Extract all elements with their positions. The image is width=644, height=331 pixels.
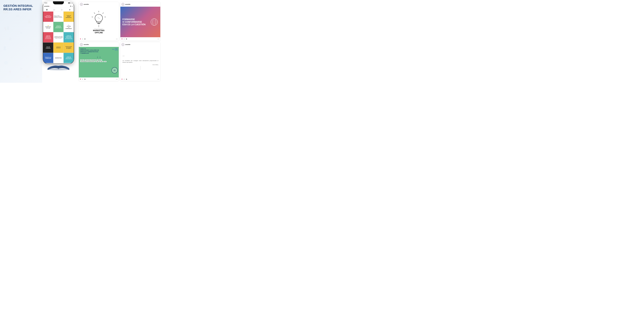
add-post-icon[interactable]: ⊕ [70, 5, 71, 7]
ig-header-icons: ⊕ ≡ [70, 5, 73, 7]
post1-avatar: A [80, 3, 83, 6]
post3-dates: FECHAS 16/12 · 16/03 '21-'22 [112, 48, 118, 51]
signal-icon: ▌▌▌ [68, 2, 70, 4]
post3-title: OPERACIONES AUXILIARES DESERVICIOS ADMIN… [80, 50, 118, 54]
verified-dot: ● [50, 6, 50, 7]
post1-image: ©DICCIONARES MARKETINGOFFLINE [79, 7, 119, 37]
post1-share-icon[interactable]: ➤ [84, 38, 86, 40]
post2-username: aresinfer [125, 4, 130, 5]
tv-tab[interactable]: ▷ [54, 8, 55, 11]
lightbulb-svg [90, 10, 107, 28]
grid-cell-14: MARKETING [54, 53, 64, 63]
svg-text:A: A [123, 4, 123, 5]
ig-username-display: aresinfer ● [44, 6, 50, 7]
tag-gratis: ×Gratis [80, 60, 84, 60]
tag-mula: ×Mula [96, 61, 99, 62]
ig-tabs: ⊞ ▷ ▷ ☻ [43, 8, 74, 12]
post3-avatar: A [80, 43, 83, 46]
grid-cell-13: PÁSATE A LAFORMACIÓN [43, 53, 53, 63]
battery-icon: ▮ [72, 2, 73, 4]
ares-logo: ARESINFER [112, 67, 118, 73]
monitor-icon: 🖥 [8, 37, 12, 41]
grid-cell-1: CURSO DETIENDA VIRTUAL:PRESTASHOP [43, 12, 53, 22]
post4-decorative-line [140, 66, 140, 70]
post3-arrows: ↓ ↓ [80, 55, 118, 58]
svg-line-4 [94, 13, 95, 14]
folder-icon: 📁 [26, 75, 30, 78]
tag-horas: ×430 horas [96, 60, 102, 60]
tag-aula: ×Aula virtual o Presencial [85, 60, 96, 60]
post3-tags: ×Gratis ×Aula virtual o Presencial ×430 … [80, 60, 118, 62]
post3-more-icon[interactable]: ⋯ [116, 78, 118, 80]
grid-cell-12: CONVOCATORIADE CURSOSOCTUBRE 21 [64, 42, 74, 53]
post2-avatar: A [122, 3, 124, 6]
post2-comment-icon[interactable]: ○ [124, 38, 125, 40]
left-panel: 📶 ✉ 🔒 📢 ♥ 🖥 👤 ♪ ↑ 🌐 ▶ 📍 📁 △ ○ GESTIÓN IN… [0, 0, 42, 83]
phone-screen: 18:16 ▌▌▌ ▲ ▮ aresinfer ● ⊕ ≡ [43, 2, 74, 64]
post4-avatar: A [122, 43, 124, 46]
post1-comment-icon[interactable]: ○ [82, 38, 83, 40]
circle-icon: ○ [30, 58, 32, 62]
svg-line-5 [102, 13, 104, 14]
post3-image: FECHAS 16/12 · 16/03 '21-'22 CURSO DE OP… [79, 47, 119, 78]
arrow-down-1: ↓ [97, 55, 98, 58]
wifi-status-icon: ▲ [71, 2, 72, 4]
music-icon: ♪ [22, 52, 23, 55]
grid-cell-11: CURSO DEINGLÉS B1 [54, 42, 64, 53]
megaphone-icon: 📢 [4, 26, 9, 30]
post4-more-icon[interactable]: ⋯ [158, 78, 159, 80]
post4-quote-text: Los resultados que consigues serán direc… [122, 60, 158, 63]
post4-share-icon[interactable]: ➤ [126, 78, 127, 80]
post4-like-icon[interactable]: ♥ [122, 78, 122, 80]
post1-like-icon[interactable]: ♥ [80, 38, 81, 40]
post1-title: MARKETINGOFFLINE [93, 30, 104, 34]
post4-comment-icon[interactable]: ○ [124, 78, 125, 80]
post1-more-icon[interactable]: ⋯ [116, 38, 118, 40]
post3-like-icon[interactable]: ♥ [80, 78, 81, 80]
wifi-icon: 📶 [3, 8, 8, 13]
post2-more-icon[interactable]: ⋯ [158, 38, 159, 40]
svg-point-0 [48, 69, 69, 70]
menu-icon[interactable]: ≡ [72, 6, 73, 7]
lock-icon: 🔒 [27, 19, 32, 23]
post2-image: FORMARSE O CONFORMARSE ESA ES LA CUESTIÓ… [120, 7, 160, 37]
post2-actions: ♥ ○ ➤ ⋯ [120, 37, 160, 41]
grid-cell-3: CURSO DEINGLÉSEMPRESARIAL [64, 12, 74, 22]
svg-text:A: A [81, 4, 82, 5]
phone-inner: aresinfer ● ⊕ ≡ ⊞ ▷ ▷ ☻ [43, 4, 74, 64]
post2-share-icon[interactable]: ➤ [126, 38, 127, 40]
grid-cell-4: 💡MARKETINGOFFLINE [43, 22, 53, 32]
post2-like-icon[interactable]: ♥ [122, 38, 122, 40]
background-icons: 📶 ✉ 🔒 📢 ♥ 🖥 👤 ♪ ↑ 🌐 ▶ 📍 📁 △ ○ [0, 0, 42, 83]
tag-sef: Sef [104, 61, 106, 62]
grid-tab[interactable]: ⊞ [46, 8, 48, 11]
post2-text: FORMARSE O CONFORMARSE ESA ES LA CUESTIÓ… [122, 18, 146, 26]
post3-share-icon[interactable]: ➤ [84, 78, 86, 80]
tag-beca: ×Beca [100, 61, 104, 62]
grid-cell-6: 🔍¿TE PICALACURIOSIDAD? [64, 22, 74, 32]
grid-cell-9: CURSO DECONFECCIÓN YPUBLICACIÓNDE PÁGINA… [64, 32, 74, 42]
post3-comment-icon[interactable]: ○ [82, 78, 83, 80]
post-formarse: A aresinfer FORMARSE O CONFORMARSE ESA E… [120, 2, 160, 41]
grid-cell-2: "Dime y lo olvido, enséñame y lo recuerd… [54, 12, 64, 22]
location-icon: 📍 [8, 71, 12, 74]
grid-cell-5: CURSO DEGESTIÓN DELMARKETING 2.0 [54, 22, 64, 32]
reels-tab[interactable]: ▷ [61, 8, 63, 11]
status-time: 18:16 [44, 2, 47, 4]
post4-header: A aresinfer [120, 42, 160, 47]
post3-header: A aresinfer [79, 42, 119, 47]
phone-frame: 18:16 ▌▌▌ ▲ ▮ aresinfer ● ⊕ ≡ [43, 1, 74, 64]
user-icon: 👤 [3, 46, 7, 50]
play-icon: ▶ [20, 66, 23, 70]
post4-image: " Los resultados que consigues serán dir… [120, 47, 160, 78]
grid-cell-10: FALSEFRIENDS [43, 42, 53, 53]
ig-app-header: aresinfer ● ⊕ ≡ [43, 4, 74, 8]
svg-text:A: A [81, 44, 82, 45]
grid-cell-7: CURSO DEDISEÑO DELMONTAJE DEESCAPARATES [43, 32, 53, 42]
posts-grid: A aresinfer [79, 2, 160, 81]
post4-author: Denis Waitley [122, 64, 158, 65]
post4-quote-mark: " [122, 54, 158, 60]
post-quote: A aresinfer " Los resultados que consigu… [120, 42, 160, 81]
tagged-tab[interactable]: ☻ [69, 8, 71, 11]
post4-username: aresinfer [125, 44, 130, 45]
